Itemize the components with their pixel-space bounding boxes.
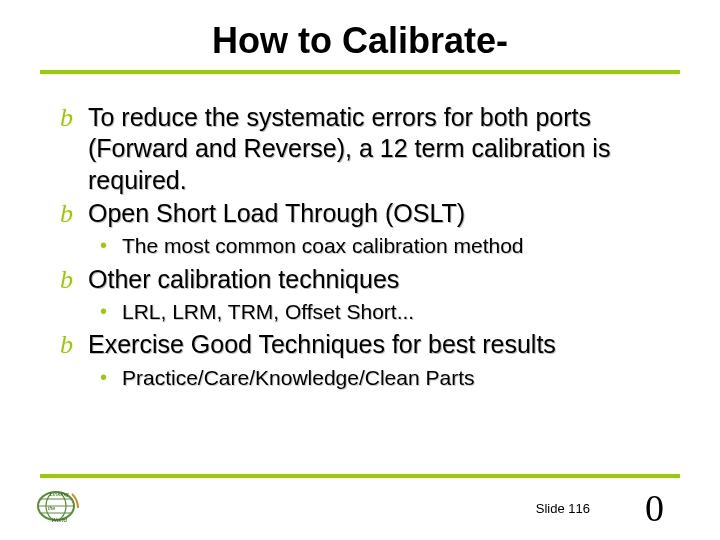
footer-divider xyxy=(40,474,680,478)
bullet-item: b Exercise Good Techniques for best resu… xyxy=(60,329,660,362)
sub-bullet-item: • Practice/Care/Knowledge/Clean Parts xyxy=(100,364,660,391)
content-area: b To reduce the systematic errors for bo… xyxy=(0,102,720,391)
bullet-item: b Open Short Load Through (OSLT) xyxy=(60,198,660,231)
sub-bullet-text: The most common coax calibration method xyxy=(122,232,524,259)
slide-title: How to Calibrate- xyxy=(0,20,720,62)
svg-text:the: the xyxy=(48,505,55,511)
dot-icon: • xyxy=(100,298,122,324)
bullet-glyph-icon: b xyxy=(60,198,88,231)
slide-number: Slide 116 xyxy=(536,501,590,516)
page-corner-number: 0 xyxy=(645,486,664,530)
dot-icon: • xyxy=(100,364,122,390)
bullet-text: Open Short Load Through (OSLT) xyxy=(88,198,465,229)
slide-container: How to Calibrate- b To reduce the system… xyxy=(0,0,720,540)
bullet-item: b Other calibration techniques xyxy=(60,264,660,297)
bullet-glyph-icon: b xyxy=(60,264,88,297)
bullet-text: Exercise Good Techniques for best result… xyxy=(88,329,556,360)
sub-bullet-item: • LRL, LRM, TRM, Offset Short... xyxy=(100,298,660,325)
sub-bullet-item: • The most common coax calibration metho… xyxy=(100,232,660,259)
bullet-glyph-icon: b xyxy=(60,102,88,135)
dot-icon: • xyxy=(100,232,122,258)
logo-linking-the-world: Linking the World xyxy=(34,486,84,526)
svg-text:Linking: Linking xyxy=(49,491,69,497)
title-divider xyxy=(40,70,680,74)
bullet-text: Other calibration techniques xyxy=(88,264,399,295)
sub-bullet-text: LRL, LRM, TRM, Offset Short... xyxy=(122,298,414,325)
bullet-text: To reduce the systematic errors for both… xyxy=(88,102,660,196)
sub-bullet-text: Practice/Care/Knowledge/Clean Parts xyxy=(122,364,475,391)
bullet-item: b To reduce the systematic errors for bo… xyxy=(60,102,660,196)
bullet-glyph-icon: b xyxy=(60,329,88,362)
svg-text:World: World xyxy=(51,517,67,523)
